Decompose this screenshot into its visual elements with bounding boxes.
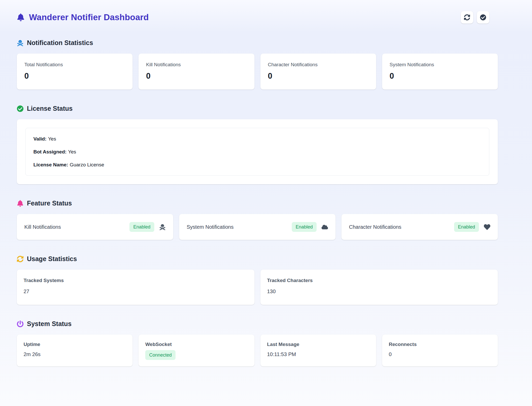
sys-label: WebSocket — [145, 341, 247, 348]
feature-card-system-notifications: System Notifications Enabled — [179, 214, 336, 240]
section-system-status: System Status Uptime 2m 26s WebSocket Co… — [17, 320, 498, 366]
stat-value: 0 — [146, 71, 247, 81]
license-field-bot-assigned: Bot Assigned:Yes — [33, 149, 481, 155]
system-status-heading: System Status — [17, 320, 498, 328]
feature-status-group: Enabled — [129, 222, 166, 232]
stat-card-total-notifications: Total Notifications 0 — [17, 54, 133, 90]
feature-label: System Notifications — [187, 224, 234, 230]
header-title-group: Wanderer Notifier Dashboard — [17, 12, 149, 22]
stat-label: System Notifications — [390, 61, 490, 68]
stat-value: 0 — [268, 71, 369, 81]
usage-value: 27 — [24, 288, 248, 295]
usage-label: Tracked Systems — [24, 277, 248, 284]
check-circle-icon — [480, 14, 486, 20]
feature-status-heading: Feature Status — [17, 199, 498, 207]
feature-card-kill-notifications: Kill Notifications Enabled — [17, 214, 173, 240]
bell-icon — [17, 13, 25, 21]
feature-status-group: Enabled — [292, 222, 328, 232]
refresh-button[interactable] — [461, 11, 473, 24]
sys-label: Reconnects — [389, 341, 491, 348]
status-badge: Enabled — [454, 222, 479, 232]
status-badge: Enabled — [292, 222, 317, 232]
stat-card-character-notifications: Character Notifications 0 — [260, 54, 376, 90]
sys-value: 2m 26s — [24, 351, 126, 358]
stat-card-kill-notifications: Kill Notifications 0 — [139, 54, 254, 90]
section-title: Feature Status — [27, 199, 72, 207]
usage-statistics-grid: Tracked Systems 27 Tracked Characters 13… — [17, 270, 498, 305]
usage-card-tracked-systems: Tracked Systems 27 — [17, 270, 254, 305]
sys-label: Last Message — [267, 341, 369, 348]
license-field-value: Yes — [68, 149, 76, 154]
connection-status-badge: Connected — [145, 350, 176, 360]
usage-value: 130 — [267, 288, 491, 295]
sys-badge-row: Connected — [145, 350, 247, 360]
feature-status-group: Enabled — [454, 222, 490, 232]
notification-statistics-heading: Notification Statistics — [17, 39, 498, 47]
status-check-button[interactable] — [477, 11, 489, 24]
dashboard-page: Wanderer Notifier Dashboard Notification… — [0, 0, 532, 366]
section-license-status: License Status Valid:Yes Bot Assigned:Ye… — [17, 105, 498, 184]
section-title: License Status — [27, 105, 72, 113]
sys-value: 10:11:53 PM — [267, 351, 369, 358]
skull-crossbones-icon — [159, 224, 166, 230]
license-field-label: License Name: — [33, 162, 68, 167]
power-icon — [17, 321, 24, 327]
bell-icon — [17, 200, 24, 207]
license-field-value: Yes — [48, 136, 56, 142]
usage-card-tracked-characters: Tracked Characters 130 — [260, 270, 498, 305]
sys-card-websocket: WebSocket Connected — [139, 335, 254, 366]
section-title: System Status — [27, 320, 71, 328]
stat-label: Total Notifications — [24, 61, 125, 68]
refresh-icon — [17, 256, 24, 262]
status-badge: Enabled — [129, 222, 154, 232]
usage-label: Tracked Characters — [267, 277, 491, 284]
sys-card-reconnects: Reconnects 0 — [382, 335, 498, 366]
cloud-icon — [322, 224, 328, 230]
license-details-box: Valid:Yes Bot Assigned:Yes License Name:… — [25, 128, 489, 176]
stat-value: 0 — [390, 71, 490, 81]
section-usage-statistics: Usage Statistics Tracked Systems 27 Trac… — [17, 255, 498, 305]
section-title: Notification Statistics — [27, 39, 93, 47]
feature-label: Kill Notifications — [24, 224, 61, 230]
header-actions — [461, 11, 489, 24]
section-title: Usage Statistics — [27, 255, 77, 263]
stat-value: 0 — [24, 71, 125, 81]
system-status-grid: Uptime 2m 26s WebSocket Connected Last M… — [17, 335, 498, 366]
feature-card-character-notifications: Character Notifications Enabled — [341, 214, 498, 240]
license-field-valid: Valid:Yes — [33, 136, 481, 142]
feature-label: Character Notifications — [349, 224, 401, 230]
sys-card-uptime: Uptime 2m 26s — [17, 335, 133, 366]
license-field-value: Guarzo License — [70, 162, 104, 167]
refresh-icon — [464, 14, 470, 20]
sys-label: Uptime — [24, 341, 126, 348]
check-circle-icon — [17, 105, 24, 112]
usage-statistics-heading: Usage Statistics — [17, 255, 498, 263]
license-field-license-name: License Name:Guarzo License — [33, 162, 481, 168]
sys-value: 0 — [389, 351, 491, 358]
section-notification-statistics: Notification Statistics Total Notificati… — [17, 39, 498, 90]
license-field-label: Valid: — [33, 136, 47, 142]
license-status-heading: License Status — [17, 105, 498, 113]
stat-label: Kill Notifications — [146, 61, 247, 68]
stat-label: Character Notifications — [268, 61, 369, 68]
notification-statistics-grid: Total Notifications 0 Kill Notifications… — [17, 54, 498, 90]
section-feature-status: Feature Status Kill Notifications Enable… — [17, 199, 498, 240]
heart-icon — [484, 224, 490, 230]
stat-card-system-notifications: System Notifications 0 — [382, 54, 498, 90]
license-card: Valid:Yes Bot Assigned:Yes License Name:… — [17, 119, 498, 184]
license-field-label: Bot Assigned: — [33, 149, 67, 154]
sys-card-last-message: Last Message 10:11:53 PM — [260, 335, 376, 366]
feature-status-grid: Kill Notifications Enabled System Notifi… — [17, 214, 498, 240]
page-title: Wanderer Notifier Dashboard — [29, 12, 149, 22]
header: Wanderer Notifier Dashboard — [17, 11, 498, 24]
skull-crossbones-icon — [17, 40, 24, 46]
